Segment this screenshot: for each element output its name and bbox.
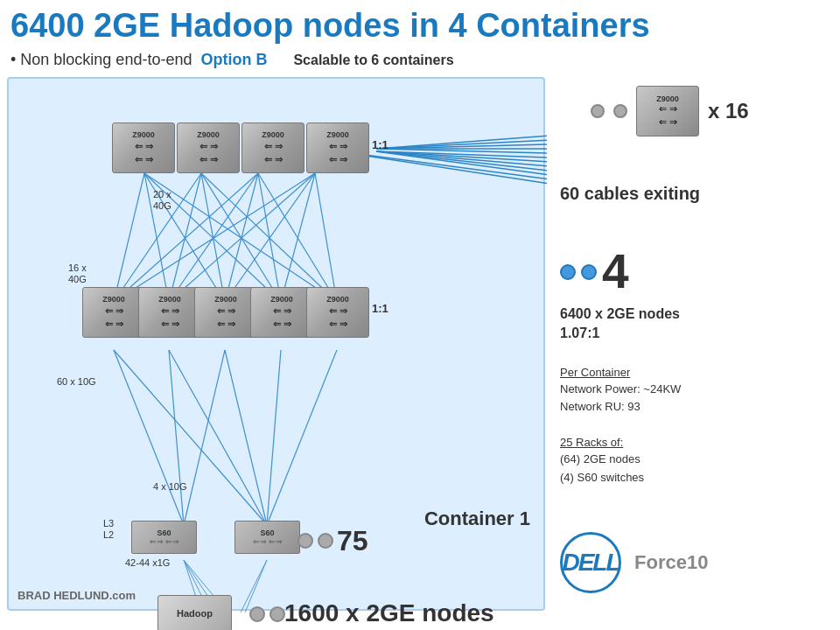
top-switch-4: Z9000 ⇐⇒⇐⇒ xyxy=(306,122,369,173)
option-b-label: Option B xyxy=(200,51,267,69)
mid-switch-5: Z9000 ⇐⇒⇐⇒ xyxy=(306,287,369,338)
racks-title: 25 Racks of: xyxy=(560,436,644,449)
svg-line-27 xyxy=(267,350,337,525)
dot-2 xyxy=(318,533,333,549)
svg-line-41 xyxy=(245,560,267,612)
mid-switch-3: Z9000 ⇐⇒⇐⇒ xyxy=(194,287,257,338)
container-label: Container 1 xyxy=(424,508,530,530)
dots-row-75 xyxy=(298,533,333,549)
anno-42-44: 42-44 x1G xyxy=(125,557,170,568)
svg-line-4 xyxy=(144,173,337,302)
per-container-section: Per Container Network Power: ~24KW Netwo… xyxy=(560,366,681,415)
right-dot-2 xyxy=(613,104,627,118)
svg-line-7 xyxy=(201,173,225,302)
network-power: Network Power: ~24KW xyxy=(560,381,681,398)
mid-switch-4: Z9000 ⇐⇒⇐⇒ xyxy=(250,287,313,338)
anno-l3l2: L3L2 xyxy=(103,518,114,541)
rack-line-1: (64) 2GE nodes xyxy=(560,451,644,469)
svg-line-17 xyxy=(225,173,315,302)
svg-line-14 xyxy=(258,173,337,302)
svg-line-42 xyxy=(241,560,267,612)
svg-line-35 xyxy=(376,151,547,166)
number-4: 4 xyxy=(602,248,629,296)
force10-text: Force10 xyxy=(634,551,708,574)
svg-line-19 xyxy=(315,173,337,302)
svg-line-21 xyxy=(114,350,267,525)
right-dot-1 xyxy=(591,104,605,118)
switch-label-1: Z9000 xyxy=(132,130,155,139)
racks-section: 25 Racks of: (64) 2GE nodes (4) S60 swit… xyxy=(560,436,644,487)
svg-line-29 xyxy=(376,140,547,149)
mid-switch-1: Z9000 ⇐⇒⇐⇒ xyxy=(82,287,145,338)
dots-4-row: 4 xyxy=(560,248,629,296)
dell-text: DELL xyxy=(562,549,619,577)
bullet-text: • Non blocking end-to-end xyxy=(10,51,192,69)
svg-line-12 xyxy=(225,173,258,302)
svg-line-9 xyxy=(201,173,337,302)
dot-4 xyxy=(270,606,285,622)
anno-60x10g: 60 x 10G xyxy=(57,376,96,387)
svg-line-34 xyxy=(376,151,547,162)
svg-line-18 xyxy=(281,173,315,302)
svg-line-13 xyxy=(258,173,281,302)
top-switch-3: Z9000 ⇐⇒⇐⇒ xyxy=(242,122,304,173)
seventy-five-label: 75 xyxy=(337,525,368,557)
ratio-mid: 1:1 xyxy=(372,302,388,315)
svg-line-37 xyxy=(376,151,547,175)
s60-switch-2: S60 ⇐⇒⇐⇒ xyxy=(234,521,300,554)
per-container-title: Per Container xyxy=(560,366,681,379)
x16-label: x 16 xyxy=(708,99,749,123)
svg-line-26 xyxy=(267,350,281,525)
network-ru: Network RU: 93 xyxy=(560,398,681,416)
switch-label-4: Z9000 xyxy=(326,130,349,139)
top-switch-2: Z9000 ⇐⇒⇐⇒ xyxy=(177,122,240,173)
svg-line-10 xyxy=(114,173,258,302)
svg-line-28 xyxy=(376,136,547,149)
brad-label: BRAD HEDLUND.com xyxy=(18,589,136,602)
svg-line-32 xyxy=(376,149,547,153)
switch-arrows-1: ⇐⇒ ⇐⇒ xyxy=(135,141,153,165)
svg-line-23 xyxy=(169,350,267,525)
svg-line-15 xyxy=(114,173,315,302)
hadoop-box: Hadoop xyxy=(158,595,232,630)
anno-16x40g: 16 x40G xyxy=(68,262,87,285)
svg-line-11 xyxy=(169,173,258,302)
svg-line-6 xyxy=(169,173,201,302)
rack-line-2: (4) S60 switches xyxy=(560,469,644,487)
main-title: 6400 2GE Hadoop nodes in 4 Containers xyxy=(10,7,650,45)
right-panel: Z9000 ⇐⇒ ⇐⇒ x 16 60 cables exiting 4 640… xyxy=(556,77,836,611)
svg-line-36 xyxy=(376,151,547,171)
ratio-top: 1:1 xyxy=(372,138,388,151)
diagram-area: Z9000 ⇐⇒ ⇐⇒ Z9000 ⇐⇒⇐⇒ Z9000 ⇐⇒⇐⇒ Z9000 … xyxy=(7,77,545,611)
stat-ratio: 1.07:1 xyxy=(560,324,680,343)
hadoop-label: Hadoop xyxy=(177,608,213,619)
nodes-1600-label: 1600 x 2GE nodes xyxy=(284,599,494,627)
blue-dot-2 xyxy=(581,264,597,280)
svg-line-22 xyxy=(169,350,184,525)
svg-line-25 xyxy=(225,350,267,525)
svg-line-20 xyxy=(114,350,184,525)
dot-1 xyxy=(298,533,313,549)
switch-label-3: Z9000 xyxy=(262,130,284,139)
dots-row-1600 xyxy=(249,606,285,622)
blue-dot-1 xyxy=(560,264,576,280)
dell-section: DELL Force10 xyxy=(560,532,708,593)
scalable-text: Scalable to 6 containers xyxy=(293,52,453,68)
dell-logo: DELL xyxy=(560,532,621,593)
svg-line-8 xyxy=(201,173,281,302)
right-top-section: Z9000 ⇐⇒ ⇐⇒ x 16 xyxy=(591,86,749,136)
top-switch-1: Z9000 ⇐⇒ ⇐⇒ xyxy=(112,122,175,173)
stats-section: 6400 x 2GE nodes 1.07:1 xyxy=(560,304,680,344)
svg-line-33 xyxy=(376,151,547,158)
s60-switch-1: S60 ⇐⇒⇐⇒ xyxy=(131,521,197,554)
stat-nodes: 6400 x 2GE nodes xyxy=(560,304,680,324)
cables-text: 60 cables exiting xyxy=(560,182,700,205)
mid-switch-2: Z9000 ⇐⇒⇐⇒ xyxy=(138,287,201,338)
dot-3 xyxy=(249,606,265,622)
svg-line-30 xyxy=(376,144,547,149)
page: 6400 2GE Hadoop nodes in 4 Containers • … xyxy=(0,0,840,630)
svg-line-16 xyxy=(169,173,315,302)
subtitle-row: • Non blocking end-to-end Option B Scala… xyxy=(10,51,454,69)
svg-line-0 xyxy=(114,173,144,302)
svg-line-24 xyxy=(184,350,225,525)
